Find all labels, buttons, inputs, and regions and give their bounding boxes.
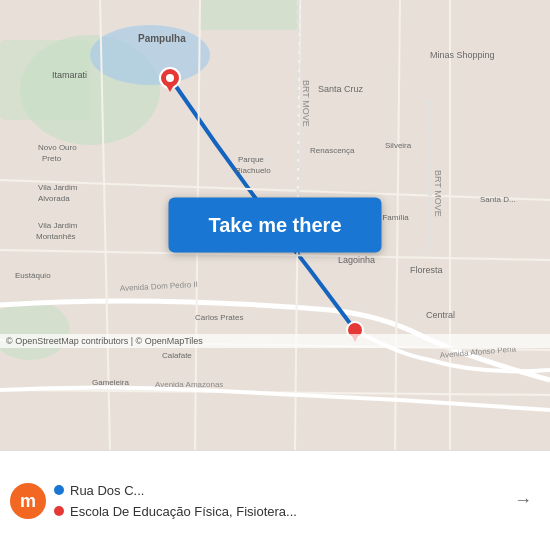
from-label: Rua Dos C... (70, 483, 144, 498)
svg-text:Silveira: Silveira (385, 141, 412, 150)
svg-text:Alvorada: Alvorada (38, 194, 70, 203)
svg-point-49 (166, 74, 174, 82)
svg-rect-4 (200, 0, 300, 30)
svg-text:Santa D...: Santa D... (480, 195, 516, 204)
svg-text:Pampulha: Pampulha (138, 33, 186, 44)
svg-text:Santa Cruz: Santa Cruz (318, 84, 364, 94)
svg-text:Lagoinha: Lagoinha (338, 255, 375, 265)
svg-text:Avenida Amazonas: Avenida Amazonas (155, 380, 223, 389)
svg-text:Vila Jardim: Vila Jardim (38, 221, 78, 230)
route-to: Escola De Educação Física, Fisiotera... (54, 504, 506, 519)
from-dot (54, 485, 64, 495)
svg-text:Renascença: Renascença (310, 146, 355, 155)
svg-text:Floresta: Floresta (410, 265, 443, 275)
moovit-logo: m (10, 483, 46, 519)
to-label: Escola De Educação Física, Fisiotera... (70, 504, 297, 519)
svg-text:Montanhês: Montanhês (36, 232, 76, 241)
map-attribution: © OpenStreetMap contributors | © OpenMap… (0, 334, 550, 348)
svg-text:Calafate: Calafate (162, 351, 192, 360)
take-me-there-button[interactable]: Take me there (168, 198, 381, 253)
svg-text:m: m (20, 491, 36, 511)
route-from: Rua Dos C... (54, 483, 506, 498)
svg-text:Riachuelo: Riachuelo (235, 166, 271, 175)
svg-text:Gameleira: Gameleira (92, 378, 129, 387)
svg-text:BRT MOVE: BRT MOVE (433, 170, 443, 217)
svg-text:Eustáquio: Eustáquio (15, 271, 51, 280)
svg-text:Novo Ouro: Novo Ouro (38, 143, 77, 152)
svg-text:Vila Jardim: Vila Jardim (38, 183, 78, 192)
bottom-bar: m Rua Dos C... Escola De Educação Física… (0, 450, 550, 550)
button-overlay: Take me there (168, 198, 381, 253)
svg-text:Minas Shopping: Minas Shopping (430, 50, 495, 60)
svg-text:Carlos Prates: Carlos Prates (195, 313, 243, 322)
route-arrow-icon: → (514, 490, 532, 511)
svg-text:Central: Central (426, 310, 455, 320)
route-info: Rua Dos C... Escola De Educação Física, … (54, 483, 506, 519)
svg-text:BRT MOVE: BRT MOVE (301, 80, 311, 127)
map-container: BRT MOVE BRT MOVE Pampulha Itamarati Nov… (0, 0, 550, 450)
to-dot (54, 506, 64, 516)
svg-text:Itamarati: Itamarati (52, 70, 87, 80)
svg-rect-2 (0, 40, 90, 120)
svg-text:Preto: Preto (42, 154, 62, 163)
svg-text:Parque: Parque (238, 155, 264, 164)
